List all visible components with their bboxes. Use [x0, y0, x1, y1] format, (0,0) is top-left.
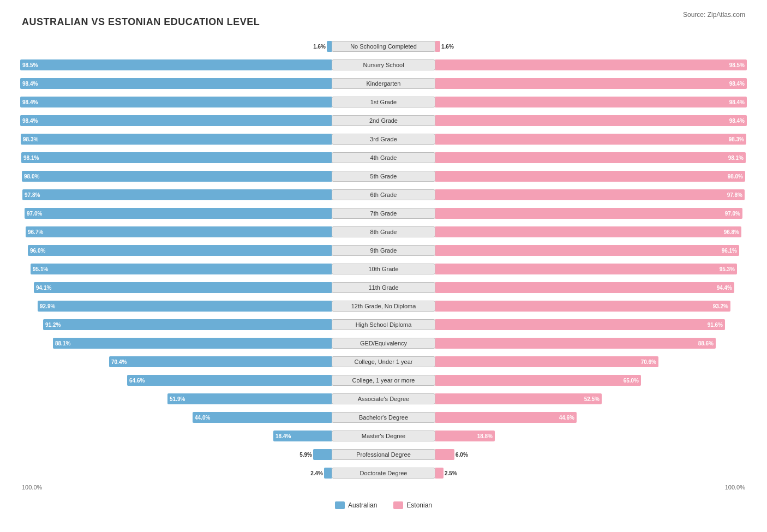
- center-label-10: 8th Grade: [332, 226, 435, 237]
- center-label-0: No Schooling Completed: [332, 41, 435, 52]
- blue-bar-0: 1.6%: [327, 41, 332, 52]
- left-half-1: 98.5%: [22, 57, 332, 73]
- blue-bar-2: 98.4%: [20, 78, 332, 89]
- right-half-7: 98.0%: [435, 169, 745, 184]
- center-label-7: 5th Grade: [332, 171, 435, 182]
- left-half-15: 91.2%: [22, 317, 332, 332]
- pink-bar-9: 97.0%: [435, 208, 742, 219]
- right-half-11: 96.1%: [435, 243, 745, 258]
- table-row: 64.6%College, 1 year or more65.0%: [22, 373, 745, 388]
- left-half-5: 98.3%: [22, 131, 332, 147]
- table-row: 96.7%8th Grade96.8%: [22, 224, 745, 240]
- center-label-2: Kindergarten: [332, 78, 435, 89]
- legend-item-estonian: Estonian: [393, 501, 432, 509]
- blue-bar-17: 70.4%: [109, 356, 332, 367]
- blue-bar-12: 95.1%: [31, 264, 332, 274]
- blue-bar-5: 98.3%: [21, 134, 332, 145]
- legend-color-australian: [335, 501, 345, 509]
- table-row: 96.0%9th Grade96.1%: [22, 243, 745, 258]
- right-half-22: 6.0%: [435, 447, 745, 462]
- center-label-17: College, Under 1 year: [332, 356, 435, 367]
- center-label-18: College, 1 year or more: [332, 375, 435, 386]
- center-label-16: GED/Equivalency: [332, 338, 435, 349]
- pink-bar-23: 2.5%: [435, 468, 444, 479]
- right-half-0: 1.6%: [435, 39, 745, 54]
- pink-bar-8: 97.8%: [435, 189, 745, 200]
- table-row: 88.1%GED/Equivalency88.6%: [22, 336, 745, 351]
- pink-bar-11: 96.1%: [435, 245, 739, 256]
- legend: Australian Estonian: [22, 501, 745, 509]
- right-half-5: 98.3%: [435, 131, 745, 147]
- blue-bar-10: 96.7%: [26, 226, 332, 237]
- table-row: 98.5%Nursery School98.5%: [22, 57, 745, 73]
- left-half-20: 44.0%: [22, 410, 332, 425]
- pink-bar-16: 88.6%: [435, 338, 716, 349]
- blue-bar-23: 2.4%: [324, 468, 332, 479]
- center-label-12: 10th Grade: [332, 264, 435, 274]
- table-row: 2.4%Doctorate Degree2.5%: [22, 465, 745, 481]
- bottom-labels: 100.0% 100.0%: [22, 484, 745, 491]
- center-label-4: 2nd Grade: [332, 115, 435, 126]
- pink-bar-5: 98.3%: [435, 134, 746, 145]
- right-half-14: 93.2%: [435, 298, 745, 314]
- right-half-8: 97.8%: [435, 187, 745, 202]
- table-row: 97.8%6th Grade97.8%: [22, 187, 745, 202]
- blue-bar-18: 64.6%: [127, 375, 332, 386]
- blue-bar-15: 91.2%: [43, 319, 332, 330]
- center-label-6: 4th Grade: [332, 152, 435, 163]
- right-half-6: 98.1%: [435, 150, 745, 165]
- center-label-8: 6th Grade: [332, 189, 435, 200]
- right-half-12: 95.3%: [435, 261, 745, 277]
- table-row: 1.6%No Schooling Completed1.6%: [22, 39, 745, 54]
- chart-title: AUSTRALIAN VS ESTONIAN EDUCATION LEVEL: [22, 16, 745, 28]
- bar-chart: 1.6%No Schooling Completed1.6%98.5%Nurse…: [22, 39, 745, 482]
- right-half-16: 88.6%: [435, 336, 745, 351]
- left-half-18: 64.6%: [22, 373, 332, 388]
- blue-bar-21: 18.4%: [273, 431, 332, 441]
- table-row: 98.4%2nd Grade98.4%: [22, 113, 745, 128]
- left-half-22: 5.9%: [22, 447, 332, 462]
- pink-bar-0: 1.6%: [435, 41, 440, 52]
- pink-bar-13: 94.4%: [435, 282, 734, 293]
- right-half-3: 98.4%: [435, 94, 745, 110]
- blue-bar-3: 98.4%: [20, 97, 332, 107]
- center-label-5: 3rd Grade: [332, 134, 435, 145]
- center-label-19: Associate's Degree: [332, 393, 435, 404]
- right-half-19: 52.5%: [435, 391, 745, 407]
- pink-bar-19: 52.5%: [435, 393, 602, 404]
- blue-bar-7: 98.0%: [22, 171, 332, 182]
- right-half-17: 70.6%: [435, 354, 745, 369]
- left-half-23: 2.4%: [22, 465, 332, 481]
- right-half-23: 2.5%: [435, 465, 745, 481]
- source-label: Source: ZipAtlas.com: [683, 11, 745, 19]
- center-label-15: High School Diploma: [332, 319, 435, 330]
- table-row: 97.0%7th Grade97.0%: [22, 206, 745, 221]
- right-half-1: 98.5%: [435, 57, 745, 73]
- table-row: 44.0%Bachelor's Degree44.6%: [22, 410, 745, 425]
- left-half-6: 98.1%: [22, 150, 332, 165]
- right-half-13: 94.4%: [435, 280, 745, 295]
- center-label-14: 12th Grade, No Diploma: [332, 301, 435, 312]
- left-half-17: 70.4%: [22, 354, 332, 369]
- left-half-0: 1.6%: [22, 39, 332, 54]
- right-half-15: 91.6%: [435, 317, 745, 332]
- table-row: 95.1%10th Grade95.3%: [22, 261, 745, 277]
- right-half-18: 65.0%: [435, 373, 745, 388]
- bottom-right-label: 100.0%: [725, 484, 745, 491]
- table-row: 98.0%5th Grade98.0%: [22, 169, 745, 184]
- center-label-9: 7th Grade: [332, 208, 435, 219]
- blue-bar-1: 98.5%: [20, 59, 332, 70]
- pink-bar-18: 65.0%: [435, 375, 641, 386]
- table-row: 70.4%College, Under 1 year70.6%: [22, 354, 745, 369]
- blue-bar-8: 97.8%: [22, 189, 332, 200]
- table-row: 98.4%1st Grade98.4%: [22, 94, 745, 110]
- pink-bar-4: 98.4%: [435, 115, 747, 126]
- legend-label-australian: Australian: [348, 501, 377, 509]
- pink-bar-21: 18.8%: [435, 431, 495, 441]
- center-label-21: Master's Degree: [332, 431, 435, 441]
- pink-bar-14: 93.2%: [435, 301, 730, 312]
- pink-bar-15: 91.6%: [435, 319, 725, 330]
- left-half-13: 94.1%: [22, 280, 332, 295]
- left-half-21: 18.4%: [22, 428, 332, 444]
- blue-bar-19: 51.9%: [167, 393, 332, 404]
